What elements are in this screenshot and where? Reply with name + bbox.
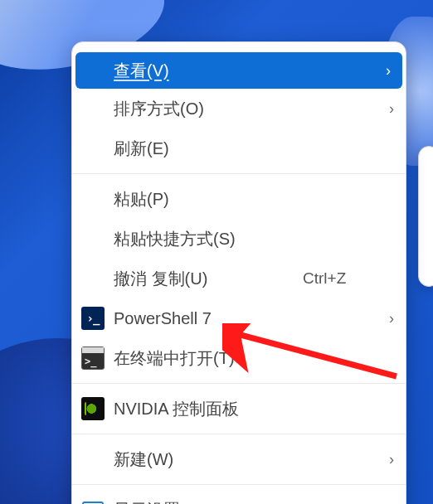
secondary-popup-edge <box>418 146 433 287</box>
powershell-icon <box>81 307 105 330</box>
menu-separator <box>72 434 406 434</box>
menu-item-label: NVIDIA 控制面板 <box>114 398 239 420</box>
menu-item-label: 新建(W) <box>114 448 173 471</box>
menu-item-sort[interactable]: 排序方式(O) › <box>72 89 406 128</box>
menu-item-undo-copy[interactable]: 撤消 复制(U) Ctrl+Z <box>72 259 406 298</box>
menu-item-label: PowerShell 7 <box>114 309 212 328</box>
menu-item-label: 排序方式(O) <box>114 98 204 120</box>
menu-item-label: 查看(V) <box>114 60 169 82</box>
terminal-icon <box>81 346 105 370</box>
menu-item-label: 粘贴快捷方式(S) <box>114 228 236 250</box>
menu-item-label: 撤消 复制(U) <box>114 268 207 290</box>
menu-item-new[interactable]: 新建(W) › <box>72 439 406 479</box>
menu-item-powershell[interactable]: PowerShell 7 › <box>72 298 406 338</box>
menu-separator <box>72 484 406 485</box>
nvidia-icon <box>81 397 105 420</box>
menu-separator <box>72 383 406 384</box>
chevron-right-icon: › <box>386 62 391 80</box>
chevron-right-icon: › <box>389 100 394 118</box>
menu-item-label: 粘贴(P) <box>114 188 169 211</box>
menu-item-label: 刷新(E) <box>114 138 169 160</box>
menu-item-nvidia[interactable]: NVIDIA 控制面板 <box>72 389 406 429</box>
menu-item-refresh[interactable]: 刷新(E) <box>72 128 406 168</box>
chevron-right-icon: › <box>389 451 394 468</box>
menu-item-view[interactable]: 查看(V) › <box>75 52 402 89</box>
menu-item-paste[interactable]: 粘贴(P) <box>72 179 406 219</box>
desktop-context-menu: 查看(V) › 排序方式(O) › 刷新(E) 粘贴(P) 粘贴快捷方式(S) … <box>71 41 406 504</box>
menu-item-label: 显示设置 <box>114 499 180 505</box>
menu-separator <box>72 173 406 174</box>
menu-item-label: 在终端中打开(T) <box>114 347 235 370</box>
menu-item-display-settings[interactable]: 显示设置 <box>72 490 406 504</box>
chevron-right-icon: › <box>389 310 394 327</box>
menu-item-shortcut: Ctrl+Z <box>303 269 346 287</box>
menu-item-paste-shortcut[interactable]: 粘贴快捷方式(S) <box>72 219 406 259</box>
menu-item-open-in-terminal[interactable]: 在终端中打开(T) <box>72 338 406 378</box>
